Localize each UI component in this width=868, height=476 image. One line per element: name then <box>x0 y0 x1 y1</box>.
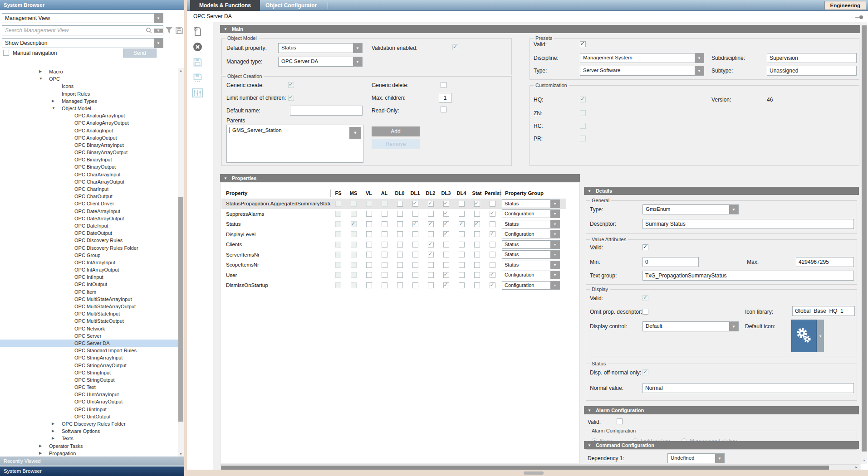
checkbox-fs[interactable] <box>335 201 341 207</box>
table-row-user[interactable]: UserConfiguration▼ <box>221 270 566 281</box>
scroll-down-icon[interactable]: ▼ <box>861 458 867 463</box>
checkbox-fs[interactable] <box>335 211 341 217</box>
tree-item-icons[interactable]: Icons <box>0 83 178 90</box>
dependency-1-select[interactable]: Undefined▼ <box>667 453 725 463</box>
scroll-right-icon[interactable]: ► <box>855 466 858 469</box>
table-row-statuspropagation-aggregatedsummarystatus[interactable]: StatusPropagation.AggregatedSummaryStatu… <box>221 199 566 209</box>
checkbox-dl2[interactable] <box>428 242 434 248</box>
checkbox-dl0[interactable] <box>397 252 403 257</box>
validation-enabled-checkbox[interactable] <box>452 44 458 50</box>
column-header-dl1[interactable]: DL1 <box>407 190 423 196</box>
checkbox-al[interactable] <box>382 231 387 237</box>
search-input[interactable] <box>2 27 146 34</box>
horizontal-scrollbar[interactable]: ► <box>220 464 859 470</box>
checkbox-dl1[interactable] <box>412 262 418 268</box>
checkbox-dl3[interactable] <box>443 282 449 288</box>
checkbox-stat[interactable] <box>474 242 480 248</box>
tree-item-opc-analoginput[interactable]: OPC AnalogInput <box>0 127 178 134</box>
checkbox-dl3[interactable] <box>443 211 449 217</box>
discard-button[interactable] <box>191 41 203 53</box>
type-select[interactable]: Server Software▼ <box>580 66 704 76</box>
tree-item-opc-group[interactable]: OPC Group <box>0 252 178 259</box>
checkbox-vl[interactable] <box>366 201 372 207</box>
checkbox-al[interactable] <box>382 252 387 257</box>
tree-item-opc-stringoutput[interactable]: OPC StringOutput <box>0 376 178 384</box>
checkbox-vl[interactable] <box>366 252 372 257</box>
tree-item-opc-intarrayinput[interactable]: OPC IntArrayInput <box>0 259 178 266</box>
section-header-properties[interactable]: ▼Properties <box>220 174 580 182</box>
checkbox-al[interactable] <box>382 221 387 227</box>
checkbox-dl0[interactable] <box>397 201 403 207</box>
engineering-mode-tab[interactable]: Engineering <box>824 1 866 10</box>
checkbox-dl1[interactable] <box>412 242 418 248</box>
checkbox-dl3[interactable] <box>443 272 449 278</box>
checkbox-dl4[interactable] <box>459 272 465 278</box>
checkbox-dl4[interactable] <box>459 201 465 207</box>
icon-picker-dropdown[interactable]: ▼ <box>817 320 824 352</box>
property-group-select[interactable]: Configuration▼ <box>502 230 560 238</box>
table-row-scopeitemsnr[interactable]: ScopeItemsNrStatus▼ <box>221 260 566 270</box>
checkbox-dl1[interactable] <box>412 282 418 288</box>
checkbox-dl0[interactable] <box>397 262 403 268</box>
checkbox-stat[interactable] <box>474 252 480 257</box>
checkbox-stat[interactable] <box>474 221 480 227</box>
tree-item-opc-chararrayoutput[interactable]: OPC CharArrayOutput <box>0 178 178 185</box>
normal-value-input[interactable] <box>642 383 854 393</box>
section-header-alarm-configuration[interactable]: ▼Alarm Configuration <box>584 406 859 414</box>
default-property-select[interactable]: Status▼ <box>278 43 363 53</box>
discipline-select[interactable]: Management System▼ <box>580 53 704 63</box>
checkbox-fs[interactable] <box>335 231 341 237</box>
tree-item-opc-multistateinput[interactable]: OPC MultiStateInput <box>0 310 178 317</box>
expand-icon[interactable]: ▶ <box>52 420 62 427</box>
tree-item-opc-server[interactable]: OPC Server <box>0 332 178 340</box>
expand-icon[interactable]: ▶ <box>39 442 49 450</box>
checkbox-persist[interactable] <box>490 231 495 237</box>
text-group-input[interactable] <box>642 271 854 281</box>
checkbox-dl2[interactable] <box>428 282 434 288</box>
view-select[interactable]: Management View ▼ <box>2 13 163 23</box>
tree-item-opc-charoutput[interactable]: OPC CharOutput <box>0 193 178 200</box>
tree-item-opc-text[interactable]: OPC Text <box>0 384 178 391</box>
checkbox-ms[interactable] <box>351 201 357 207</box>
table-row-suppressalarms[interactable]: SuppressAlarmsConfiguration▼ <box>221 209 566 219</box>
checkbox-fs[interactable] <box>335 282 341 288</box>
tree-item-opc-standard-import-rules[interactable]: OPC Standard Import Rules <box>0 347 178 354</box>
presets-valid-checkbox[interactable] <box>580 41 586 47</box>
column-header-dl0[interactable]: DL0 <box>392 190 407 196</box>
checkbox-dl3[interactable] <box>443 221 449 227</box>
checkbox-dl4[interactable] <box>459 282 465 288</box>
checkbox-ms[interactable] <box>351 252 357 257</box>
pin-icon[interactable] <box>855 15 863 19</box>
subtype-input[interactable] <box>767 66 857 76</box>
tree-item-opc-analogarrayinput[interactable]: OPC AnalogArrayInput <box>0 112 178 119</box>
parents-list[interactable]: GMS_Server_Station ▼ <box>226 125 363 163</box>
subdiscipline-input[interactable] <box>767 53 857 63</box>
checkbox-vl[interactable] <box>366 272 372 278</box>
parent-list-item[interactable]: GMS_Server_Station <box>229 127 282 133</box>
managed-type-select[interactable]: OPC Server DA▼ <box>278 57 363 67</box>
tree-item-texts[interactable]: ▶Texts <box>0 435 178 442</box>
tree-item-opc-datearrayinput[interactable]: OPC DateArrayInput <box>0 208 178 215</box>
add-parent-button[interactable]: Add <box>372 126 420 136</box>
checkbox-vl[interactable] <box>366 231 372 237</box>
tab-object-configurator[interactable]: Object Configurator <box>256 0 326 11</box>
tree-item-opc-charinput[interactable]: OPC CharInput <box>0 185 178 193</box>
checkbox-dl3[interactable] <box>443 231 449 237</box>
checkbox-ms[interactable] <box>351 211 357 217</box>
generic-delete-checkbox[interactable] <box>441 82 446 88</box>
tree-item-opc[interactable]: ▼OPC <box>0 75 178 83</box>
display-valid-checkbox[interactable] <box>642 295 648 301</box>
checkbox-dl4[interactable] <box>459 231 465 237</box>
checkbox-dl2[interactable] <box>428 221 434 227</box>
filter-icon[interactable] <box>165 26 173 34</box>
section-header-details[interactable]: ▼Details <box>584 187 859 195</box>
column-header-stat[interactable]: Stat <box>469 190 485 196</box>
checkbox-persist[interactable] <box>490 272 495 278</box>
checkbox-dl0[interactable] <box>397 272 403 278</box>
table-row-dismissonstartup[interactable]: DismissOnStartupConfiguration▼ <box>221 280 566 291</box>
column-header-dl3[interactable]: DL3 <box>438 190 454 196</box>
checkbox-dl0[interactable] <box>397 242 403 248</box>
checkbox-persist[interactable] <box>490 262 495 268</box>
checkbox-persist[interactable] <box>490 221 495 227</box>
checkbox-dl1[interactable] <box>412 272 418 278</box>
